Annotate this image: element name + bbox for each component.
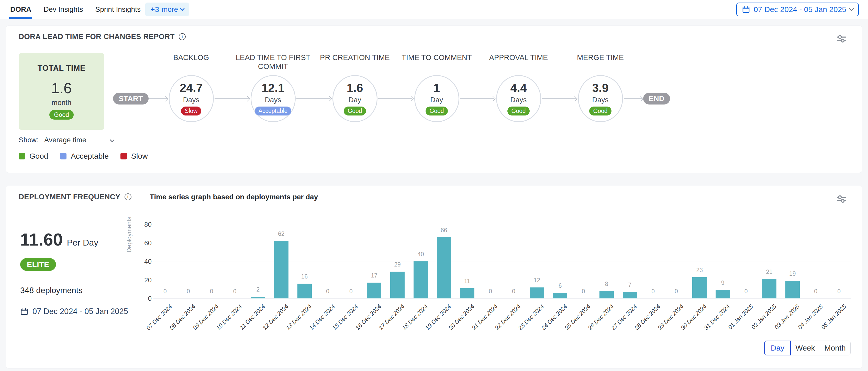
tab-sprint-insights[interactable]: Sprint Insights bbox=[94, 0, 142, 19]
date-range-value: 07 Dec 2024 - 05 Jan 2025 bbox=[754, 5, 846, 14]
flow-step-status-badge: Slow bbox=[181, 106, 202, 115]
show-selected-value: Average time bbox=[44, 136, 86, 144]
more-tabs-button[interactable]: +3 more bbox=[145, 3, 189, 16]
legend-item-acceptable: Acceptable bbox=[60, 152, 108, 161]
bar-18-Dec-2024 bbox=[413, 261, 428, 298]
x-tick-label: 29 Dec 2024 bbox=[640, 303, 685, 348]
flow-arrow bbox=[460, 96, 495, 101]
flow-step-status-badge: Acceptable bbox=[255, 106, 291, 115]
y-axis-ticks: 020406080 bbox=[134, 224, 152, 298]
y-tick-40: 40 bbox=[134, 258, 152, 266]
flow-arrow bbox=[149, 96, 168, 101]
bar-value-label: 66 bbox=[441, 227, 447, 234]
flow-step-status-badge: Good bbox=[507, 106, 529, 115]
bar-value-label: 0 bbox=[744, 288, 748, 295]
tab-dora[interactable]: DORA bbox=[9, 0, 32, 19]
x-tick-label: 20 Dec 2024 bbox=[431, 303, 476, 348]
legend-label: Acceptable bbox=[70, 152, 108, 161]
bar-value-label: 6 bbox=[559, 282, 562, 289]
x-tick-label: 31 Dec 2024 bbox=[687, 303, 732, 348]
chevron-down-icon bbox=[110, 137, 115, 142]
bar-26-Dec-2024 bbox=[599, 291, 614, 298]
legend-swatch bbox=[120, 153, 127, 160]
legend-label: Slow bbox=[131, 152, 148, 161]
granularity-week-button[interactable]: Week bbox=[790, 341, 820, 356]
flow-step-circle: 3.9DaysGood bbox=[578, 75, 623, 122]
bar-12-Dec-2024 bbox=[274, 241, 288, 298]
info-icon[interactable]: i bbox=[125, 194, 131, 200]
bar-30-Dec-2024 bbox=[692, 277, 707, 298]
y-axis-label: Deployments bbox=[126, 217, 133, 252]
bar-11-Dec-2024 bbox=[251, 297, 265, 298]
legend-item-slow: Slow bbox=[120, 152, 148, 161]
bar-23-Dec-2024 bbox=[530, 288, 544, 299]
chevron-down-icon bbox=[849, 6, 854, 11]
chart-settings-icon[interactable] bbox=[836, 34, 847, 43]
bar-value-label: 0 bbox=[489, 288, 492, 295]
bar-value-label: 0 bbox=[326, 288, 330, 295]
date-range-picker[interactable]: 07 Dec 2024 - 05 Jan 2025 bbox=[736, 3, 859, 16]
flow-step-value: 3.9 bbox=[592, 82, 609, 94]
flow-end-pill: END bbox=[643, 93, 670, 104]
bar-24-Dec-2024 bbox=[553, 293, 567, 298]
flow-arrow bbox=[378, 96, 413, 101]
bar-value-label: 62 bbox=[278, 231, 285, 237]
bar-16-Dec-2024 bbox=[367, 282, 381, 298]
bar-value-label: 0 bbox=[349, 288, 353, 295]
x-tick-label: 27 Dec 2024 bbox=[594, 303, 638, 348]
chart-settings-icon[interactable] bbox=[836, 195, 847, 203]
legend-swatch bbox=[60, 153, 66, 160]
performance-tier-badge: ELITE bbox=[20, 258, 56, 271]
flow-step-unit: Day bbox=[430, 96, 443, 104]
bar-value-label: 0 bbox=[163, 288, 167, 295]
bar-value-label: 0 bbox=[233, 288, 237, 295]
x-tick-label: 17 Dec 2024 bbox=[361, 303, 406, 348]
top-tab-bar: DORADev InsightsSprint Insights +3 more … bbox=[0, 0, 868, 19]
bar-value-label: 0 bbox=[814, 288, 817, 295]
x-tick-label: 10 Dec 2024 bbox=[198, 303, 243, 348]
flow-step-title: PR CREATION TIME bbox=[311, 53, 399, 75]
gridline-20 bbox=[153, 280, 850, 280]
flow-step-title: TIME TO COMMENT bbox=[393, 53, 480, 75]
bar-value-label: 19 bbox=[789, 270, 796, 277]
bar-02-Jan-2025 bbox=[762, 279, 776, 298]
deployment-stats: 11.60 Per Day ELITE 348 deployments 07 D… bbox=[20, 230, 128, 316]
flow-step-status-badge: Good bbox=[589, 106, 611, 115]
x-tick-label: 16 Dec 2024 bbox=[338, 303, 383, 348]
x-tick-label: 13 Dec 2024 bbox=[268, 303, 313, 348]
granularity-month-button[interactable]: Month bbox=[820, 341, 850, 356]
legend-label: Good bbox=[29, 152, 48, 161]
chart-subtitle: Time series graph based on deployments p… bbox=[150, 193, 318, 201]
legend-item-good: Good bbox=[19, 152, 48, 161]
y-tick-0: 0 bbox=[134, 295, 152, 303]
bar-value-label: 0 bbox=[582, 288, 585, 295]
stats-date-range: 07 Dec 2024 - 05 Jan 2025 bbox=[32, 307, 128, 316]
flow-arrow bbox=[624, 96, 643, 101]
bar-13-Dec-2024 bbox=[298, 283, 312, 298]
bar-value-label: 16 bbox=[301, 273, 308, 280]
flow-step-approval-time: APPROVAL TIME4.4DaysGood bbox=[495, 53, 542, 122]
bar-value-label: 9 bbox=[721, 279, 724, 286]
bar-27-Dec-2024 bbox=[623, 292, 637, 298]
chart-plot-area: 007 Dec 2024008 Dec 2024009 Dec 2024010 … bbox=[153, 224, 850, 298]
tab-dev-insights[interactable]: Dev Insights bbox=[42, 0, 84, 19]
y-tick-60: 60 bbox=[134, 239, 152, 247]
deployment-rate-value: 11.60 bbox=[20, 230, 63, 249]
x-tick-label: 24 Dec 2024 bbox=[524, 303, 569, 348]
flow-step-unit: Days bbox=[510, 96, 527, 104]
flow-step-value: 12.1 bbox=[261, 82, 285, 94]
flow-step-circle: 1.6DayGood bbox=[333, 75, 377, 122]
deployment-rate-unit: Per Day bbox=[67, 238, 98, 247]
bar-value-label: 0 bbox=[187, 288, 190, 295]
y-tick-20: 20 bbox=[134, 276, 152, 284]
flow-step-time-to-comment: TIME TO COMMENT1DayGood bbox=[413, 53, 460, 122]
total-time-label: TOTAL TIME bbox=[38, 64, 86, 73]
bar-value-label: 12 bbox=[534, 277, 540, 284]
bar-value-label: 40 bbox=[417, 251, 424, 258]
show-metric-dropdown[interactable]: Show: Average time bbox=[19, 136, 849, 144]
total-time-card: TOTAL TIME 1.6 month Good bbox=[19, 53, 104, 130]
granularity-day-button[interactable]: Day bbox=[764, 341, 791, 356]
lead-time-card: DORA LEAD TIME FOR CHANGES REPORT i TOTA… bbox=[6, 26, 862, 173]
flow-step-title: BACKLOG bbox=[148, 53, 235, 75]
info-icon[interactable]: i bbox=[179, 33, 186, 40]
